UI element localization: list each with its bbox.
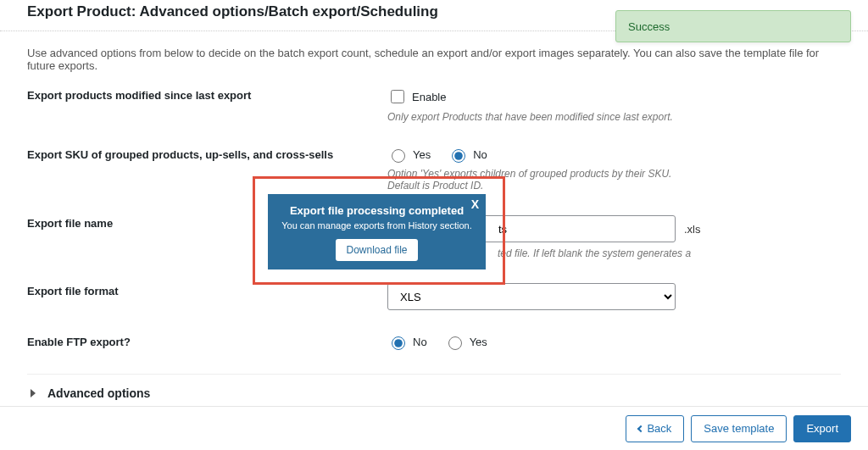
sku-no-text: No	[473, 148, 487, 161]
ftp-no-radio[interactable]: No	[387, 334, 427, 350]
field-format: Export file format XLS	[27, 283, 841, 310]
modal-title: Export file processing completed	[276, 204, 477, 217]
enable-modified-checkbox[interactable]: Enable	[387, 87, 841, 106]
sku-yes-radio[interactable]: Yes	[387, 147, 431, 163]
back-button[interactable]: Back	[626, 415, 684, 442]
advanced-options-title: Advanced options	[47, 386, 150, 400]
ftp-no-input[interactable]	[392, 336, 405, 350]
download-file-button[interactable]: Download file	[336, 239, 417, 261]
format-select[interactable]: XLS	[387, 283, 676, 310]
enable-modified-text: Enable	[412, 91, 446, 103]
export-button[interactable]: Export	[793, 415, 851, 442]
sku-no-radio[interactable]: No	[448, 147, 487, 163]
field-modified-label: Export products modified since last expo…	[27, 87, 387, 102]
field-ftp: Enable FTP export? No Yes	[27, 334, 841, 350]
field-ftp-label: Enable FTP export?	[27, 334, 387, 348]
save-template-button[interactable]: Save template	[691, 415, 787, 442]
chevron-left-icon	[637, 425, 644, 431]
sku-yes-text: Yes	[413, 148, 431, 161]
sku-no-input[interactable]	[452, 149, 465, 163]
export-complete-modal: X Export file processing completed You c…	[268, 194, 486, 269]
success-toast: Success	[615, 10, 851, 42]
success-toast-text: Success	[628, 20, 670, 33]
page: Export Product: Advanced options/Batch e…	[0, 0, 868, 450]
chevron-right-icon	[31, 389, 36, 397]
modal-highlight: X Export file processing completed You c…	[253, 176, 505, 285]
ftp-no-text: No	[413, 336, 427, 348]
footer: Back Save template Export	[0, 406, 868, 450]
ftp-yes-text: Yes	[470, 336, 487, 348]
back-button-label: Back	[647, 422, 671, 435]
sku-yes-input[interactable]	[392, 149, 405, 163]
enable-modified-input[interactable]	[391, 90, 404, 103]
field-format-label: Export file format	[27, 283, 387, 297]
ftp-yes-radio[interactable]: Yes	[444, 334, 487, 350]
filename-ext: .xls	[684, 223, 701, 236]
ftp-yes-input[interactable]	[448, 336, 462, 350]
field-modified: Export products modified since last expo…	[27, 87, 841, 123]
close-icon[interactable]: X	[471, 197, 479, 211]
field-modified-help: Only export Products that have been modi…	[387, 111, 701, 123]
field-sku-label: Export SKU of grouped products, up-sells…	[27, 147, 387, 161]
modal-subtitle: You can manage exports from History sect…	[276, 220, 477, 231]
